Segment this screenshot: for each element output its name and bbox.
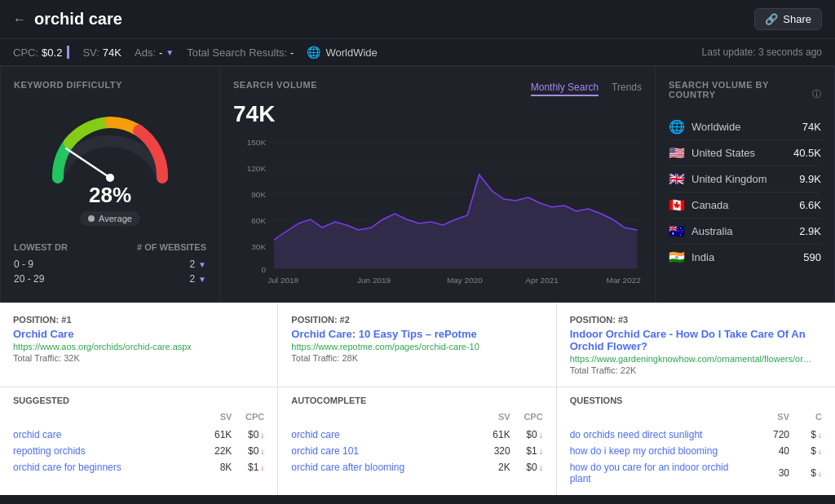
- kw-column-headers: SV C: [570, 412, 822, 422]
- kw-row: orchid care 61K $0↓: [13, 427, 264, 443]
- country-name: Canada: [691, 199, 729, 211]
- country-flag: 🌐: [669, 119, 685, 135]
- kw-name[interactable]: orchid care for beginners: [13, 462, 191, 473]
- gauge-container: 28% Average: [14, 106, 206, 226]
- kw-row: orchid care 101 320 $1↓: [291, 443, 542, 459]
- kw-row: repotting orchids 22K $0↓: [13, 443, 264, 459]
- pos-link[interactable]: Indoor Orchid Care - How Do I Take Care …: [570, 328, 822, 352]
- pos-traffic: Total Traffic: 28K: [291, 353, 542, 363]
- svg-point-1: [106, 174, 114, 182]
- svg-text:60K: 60K: [251, 216, 267, 224]
- kd-title: KEYWORD DIFFICULTY: [14, 80, 122, 90]
- pos-url: https://www.gardeningknowhow.com/ornamen…: [570, 354, 815, 364]
- gauge: [45, 106, 175, 179]
- kw-sv: 61K: [470, 429, 510, 440]
- kw-name[interactable]: how do i keep my orchid blooming: [570, 445, 749, 457]
- kw-row: how do i keep my orchid blooming 40 $↓: [570, 443, 822, 459]
- dr-header: LOWEST DR # OF WEBSITES: [14, 242, 206, 252]
- country-flag: 🇦🇺: [669, 223, 685, 239]
- kw-row: how do you care for an indoor orchid pla…: [570, 459, 822, 487]
- keyword-block: SUGGESTED SV CPC orchid care 61K $0↓ rep…: [0, 387, 278, 495]
- kw-sv: 61K: [191, 429, 232, 440]
- country-name: United Kingdom: [691, 173, 767, 185]
- position-block: POSITION: #2 Orchid Care: 10 Easy Tips –…: [278, 303, 556, 387]
- country-row: 🇮🇳 India 590: [669, 245, 821, 270]
- kw-column-headers: SV CPC: [291, 412, 542, 422]
- svg-text:Apr 2021: Apr 2021: [525, 276, 559, 284]
- back-button[interactable]: ←: [13, 12, 26, 27]
- positions-section: POSITION: #1 Orchid Care https://www.aos…: [0, 303, 835, 387]
- pos-traffic: Total Traffic: 22K: [570, 365, 822, 375]
- kw-row: orchid care after blooming 2K $0↓: [291, 459, 542, 475]
- trend-icon: ↓: [818, 447, 822, 456]
- sv-chart: 150K 120K 90K 60K 30K 0 Jul 2018 Jun 201…: [233, 134, 642, 289]
- keyword-tables: SUGGESTED SV CPC orchid care 61K $0↓ rep…: [0, 387, 835, 495]
- kw-name[interactable]: how do you care for an indoor orchid pla…: [570, 462, 749, 484]
- country-name: India: [691, 251, 714, 263]
- country-row: 🌐 Worldwide 74K: [669, 114, 821, 140]
- country-value: 6.6K: [799, 199, 821, 211]
- trend-icon: ↓: [260, 447, 264, 456]
- country-row: 🇬🇧 United Kingdom 9.9K: [669, 166, 821, 192]
- svg-text:120K: 120K: [247, 164, 267, 172]
- country-row: 🇺🇸 United States 40.5K: [669, 140, 821, 166]
- main-panels: KEYWORD DIFFICULTY 28%: [0, 66, 835, 303]
- kw-name[interactable]: orchid care: [13, 429, 191, 440]
- header: ← orchid care 🔗 Share: [0, 0, 835, 39]
- table-row: 20 - 29 2 ▼: [14, 272, 206, 286]
- country-row: 🇦🇺 Australia 2.9K: [669, 219, 821, 245]
- chevron-down-icon[interactable]: ▼: [198, 275, 206, 284]
- position-block: POSITION: #1 Orchid Care https://www.aos…: [0, 303, 278, 387]
- pos-label: POSITION: #2: [291, 315, 542, 325]
- kw-row: do orchids need direct sunlight 720 $↓: [570, 427, 822, 443]
- pos-link[interactable]: Orchid Care: 10 Easy Tips – rePotme: [291, 328, 542, 340]
- country-value: 74K: [802, 121, 821, 133]
- toolbar: CPC: $0.2 SV: 74K Ads: - ▼ Total Search …: [0, 39, 835, 66]
- kw-section-label: QUESTIONS: [570, 396, 822, 405]
- trend-icon: ↓: [260, 431, 264, 440]
- country-left: 🇨🇦 Canada: [669, 197, 729, 213]
- trend-icon: ↓: [818, 431, 822, 440]
- kw-name[interactable]: do orchids need direct sunlight: [570, 429, 749, 440]
- kw-name[interactable]: repotting orchids: [13, 445, 191, 457]
- svg-text:Jul 2018: Jul 2018: [267, 276, 298, 284]
- kw-row: orchid care for beginners 8K $1↓: [13, 459, 264, 475]
- kw-cpc: $1↓: [232, 462, 264, 473]
- location-selector[interactable]: 🌐 WorldWide: [307, 46, 377, 59]
- chevron-down-icon[interactable]: ▼: [198, 260, 206, 269]
- country-value: 40.5K: [793, 147, 821, 159]
- svg-text:Mar 2022: Mar 2022: [607, 276, 641, 284]
- country-left: 🇦🇺 Australia: [669, 223, 733, 239]
- country-flag: 🇮🇳: [669, 250, 685, 265]
- svg-text:90K: 90K: [251, 190, 267, 198]
- pos-url: https://www.repotme.com/pages/orchid-car…: [291, 342, 536, 351]
- kw-sv: 40: [749, 445, 789, 457]
- country-panel: SEARCH VOLUME BY COUNTRY ⓘ 🌐 Worldwide 7…: [656, 66, 835, 303]
- ads-dropdown-icon[interactable]: ▼: [166, 48, 174, 57]
- kw-name[interactable]: orchid care 101: [291, 445, 469, 457]
- country-flag: 🇺🇸: [669, 145, 685, 161]
- kw-name[interactable]: orchid care after blooming: [291, 462, 469, 473]
- share-button[interactable]: 🔗 Share: [754, 8, 822, 30]
- kw-name[interactable]: orchid care: [291, 429, 469, 440]
- country-name: Worldwide: [691, 121, 740, 133]
- country-name: United States: [691, 147, 755, 159]
- pos-traffic: Total Traffic: 32K: [13, 353, 264, 363]
- table-row: 0 - 9 2 ▼: [14, 257, 206, 272]
- kw-section-label: AUTOCOMPLETE: [291, 396, 542, 405]
- svg-text:30K: 30K: [251, 242, 267, 250]
- country-value: 9.9K: [799, 173, 821, 185]
- tab-monthly-search[interactable]: Monthly Search: [531, 82, 599, 96]
- trend-icon: ↓: [818, 469, 822, 478]
- total-item: Total Search Results: -: [187, 46, 294, 59]
- tab-trends[interactable]: Trends: [612, 82, 642, 96]
- dr-table: LOWEST DR # OF WEBSITES 0 - 9 2 ▼ 20 - 2…: [14, 242, 206, 286]
- country-left: 🌐 Worldwide: [669, 119, 740, 135]
- kw-sv: 320: [470, 445, 510, 457]
- sv-header: SEARCH VOLUME Monthly Search Trends: [233, 80, 642, 98]
- country-left: 🇮🇳 India: [669, 250, 714, 265]
- pos-link[interactable]: Orchid Care: [13, 328, 264, 340]
- svg-text:May 2020: May 2020: [447, 276, 483, 284]
- trend-icon: ↓: [539, 463, 543, 472]
- kw-row: orchid care 61K $0↓: [291, 427, 542, 443]
